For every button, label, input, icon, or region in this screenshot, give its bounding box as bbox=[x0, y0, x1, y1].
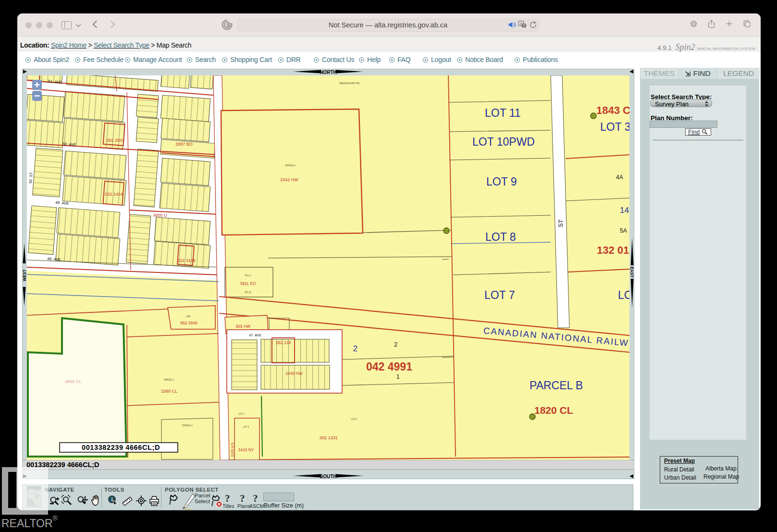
svg-text:EAST: EAST bbox=[629, 267, 634, 278]
svg-text:4666 CL: 4666 CL bbox=[65, 379, 81, 384]
svg-text:3416 NY: 3416 NY bbox=[238, 447, 254, 452]
svg-text:NORTH: NORTH bbox=[320, 70, 337, 75]
svg-text:952 2849: 952 2849 bbox=[180, 321, 197, 325]
svg-text:2: 2 bbox=[394, 341, 397, 348]
svg-text:042 4991: 042 4991 bbox=[366, 360, 412, 373]
svg-text:3087 BO: 3087 BO bbox=[175, 142, 193, 147]
svg-text:4A: 4A bbox=[616, 174, 623, 181]
svg-text:2445 HW: 2445 HW bbox=[285, 371, 302, 376]
svg-text:PCL A: PCL A bbox=[245, 274, 251, 277]
svg-text:1820 CL: 1820 CL bbox=[534, 405, 573, 416]
svg-text:LOT 9: LOT 9 bbox=[486, 175, 517, 188]
svg-text:50 ST: 50 ST bbox=[28, 172, 34, 184]
svg-text:LOT 3: LOT 3 bbox=[600, 121, 631, 133]
svg-text:2342 HW: 2342 HW bbox=[280, 177, 298, 182]
svg-text:1: 1 bbox=[396, 373, 400, 380]
svg-text:4805 U: 4805 U bbox=[153, 213, 167, 218]
svg-text:14: 14 bbox=[620, 206, 629, 215]
svg-text:ST: ST bbox=[557, 219, 565, 227]
svg-text:LOT 11: LOT 11 bbox=[485, 107, 521, 119]
svg-text:SOUTH: SOUTH bbox=[320, 474, 337, 479]
svg-text:022 1424: 022 1424 bbox=[105, 192, 123, 197]
svg-text:PARCEL 1: PARCEL 1 bbox=[164, 379, 174, 381]
svg-text:OAK: OAK bbox=[186, 315, 191, 318]
svg-text:LOT 1: LOT 1 bbox=[238, 413, 245, 415]
svg-text:LOT 7: LOT 7 bbox=[484, 289, 515, 301]
svg-text:PARCEL A: PARCEL A bbox=[285, 164, 296, 167]
svg-text:47 AVE: 47 AVE bbox=[249, 334, 261, 337]
svg-text:LOT 10PWD: LOT 10PWD bbox=[472, 136, 535, 148]
svg-text:1843 C: 1843 C bbox=[596, 104, 630, 116]
svg-text:PCL B: PCL B bbox=[245, 291, 251, 294]
svg-text:2: 2 bbox=[353, 345, 358, 353]
svg-text:LOT 2: LOT 2 bbox=[351, 418, 358, 421]
svg-text:MEADOWLARK IND.: MEADOWLARK IND. bbox=[340, 82, 360, 85]
svg-text:002 2507: 002 2507 bbox=[106, 138, 124, 143]
svg-text:i: i bbox=[111, 496, 112, 502]
svg-text:5A: 5A bbox=[620, 227, 627, 234]
svg-text:1580 CL: 1580 CL bbox=[161, 389, 177, 394]
svg-text:022 3185: 022 3185 bbox=[177, 258, 196, 263]
svg-text:002 1331: 002 1331 bbox=[320, 435, 338, 440]
svg-text:132 01: 132 01 bbox=[597, 244, 629, 256]
svg-text:825 HW: 825 HW bbox=[236, 324, 251, 329]
svg-text:052 218: 052 218 bbox=[276, 340, 291, 345]
svg-text:PARCEL A: PARCEL A bbox=[182, 424, 193, 427]
svg-text:LOT 3: LOT 3 bbox=[243, 426, 249, 428]
svg-text:PARCEL B: PARCEL B bbox=[530, 379, 583, 392]
svg-text:WEST: WEST bbox=[22, 269, 27, 281]
svg-text:1109 KS: 1109 KS bbox=[230, 443, 234, 457]
svg-text:3911 EO: 3911 EO bbox=[240, 281, 256, 286]
svg-text:0013382239 4666CL;D: 0013382239 4666CL;D bbox=[82, 444, 160, 451]
svg-text:LOT 8: LOT 8 bbox=[485, 231, 516, 243]
